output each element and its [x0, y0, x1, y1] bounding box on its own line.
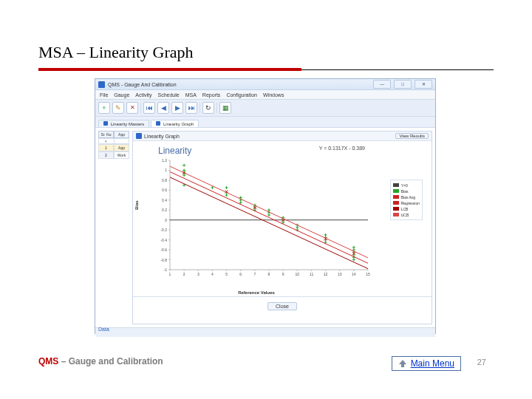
- main-menu-button[interactable]: Main Menu: [392, 356, 461, 371]
- title-rule-thin: [301, 69, 494, 70]
- menu-windows[interactable]: Windows: [263, 92, 284, 98]
- svg-text:1: 1: [169, 272, 171, 276]
- svg-text:-0.4: -0.4: [160, 238, 167, 242]
- plot: Bias -1-0.8-0.6-0.4-0.200.20.40.60.811.2…: [137, 157, 427, 295]
- svg-text:10: 10: [296, 272, 300, 276]
- legend: Y=0BiasBias AvgRegressionLCBUCB: [390, 180, 423, 220]
- add-button[interactable]: +: [98, 102, 110, 114]
- svg-text:-0.8: -0.8: [160, 258, 167, 262]
- panel-icon: [136, 133, 142, 139]
- app-icon: [98, 81, 105, 88]
- svg-text:3: 3: [197, 272, 200, 276]
- edit-button[interactable]: ✎: [112, 102, 124, 114]
- menu-configuration[interactable]: Configuration: [226, 92, 257, 98]
- chart-title: Linearity: [158, 146, 427, 156]
- svg-text:4: 4: [211, 272, 214, 276]
- last-button[interactable]: ⏭: [185, 102, 197, 114]
- legend-swatch: [393, 183, 399, 187]
- svg-text:15: 15: [366, 272, 370, 276]
- panel-title: Linearity Graph: [144, 134, 180, 139]
- panel-footer: Close: [133, 296, 432, 315]
- chart-svg: -1-0.8-0.6-0.4-0.200.20.40.60.811.212345…: [151, 157, 372, 283]
- svg-text:13: 13: [338, 272, 342, 276]
- footer-sub: – Gauge and Calibration: [58, 356, 163, 366]
- status-label: Data: [98, 327, 109, 332]
- chart-area: Linearity Y = 0.1317X - 0.389 Bias -1-0.…: [133, 141, 432, 296]
- svg-text:0.6: 0.6: [162, 188, 167, 192]
- tab-icon: [103, 121, 108, 126]
- footer-text: QMS – Gauge and Calibration: [38, 356, 163, 366]
- close-window-button[interactable]: ✕: [415, 80, 432, 89]
- view-results-button[interactable]: View Results: [395, 133, 429, 139]
- svg-text:-1: -1: [164, 267, 168, 272]
- minimize-button[interactable]: —: [373, 80, 391, 89]
- refresh-button[interactable]: ↻: [202, 102, 214, 114]
- legend-swatch: [393, 207, 399, 211]
- calendar-button[interactable]: ▦: [219, 102, 231, 114]
- grid-header-cell: Sr. No: [98, 131, 114, 138]
- svg-text:-0.6: -0.6: [160, 248, 167, 252]
- title-rule: [38, 68, 301, 71]
- svg-text:0.4: 0.4: [162, 198, 167, 202]
- legend-item: Regression: [393, 200, 420, 205]
- main-menu-link[interactable]: Main Menu: [411, 358, 454, 369]
- legend-item: LCB: [393, 206, 420, 211]
- x-axis-label: Reference Values: [137, 290, 375, 295]
- legend-swatch: [393, 201, 399, 205]
- menu-msa[interactable]: MSA: [185, 92, 197, 98]
- tab-linearity-graph[interactable]: Linearity Graph: [151, 120, 199, 127]
- page-number: 27: [477, 358, 486, 366]
- svg-text:11: 11: [310, 272, 314, 276]
- menu-activity[interactable]: Activity: [135, 92, 151, 98]
- toolbar-separator: [216, 103, 217, 113]
- legend-label: UCB: [401, 213, 409, 217]
- grid-row[interactable]: 1App: [98, 144, 129, 151]
- first-button[interactable]: ⏮: [143, 102, 155, 114]
- svg-text:7: 7: [253, 272, 256, 276]
- panel-titlebar: Linearity Graph View Results: [133, 132, 432, 141]
- svg-text:9: 9: [282, 272, 284, 276]
- svg-text:14: 14: [352, 272, 356, 276]
- svg-text:0.8: 0.8: [162, 178, 167, 183]
- tab-linearity-masters[interactable]: Linearity Masters: [98, 120, 149, 127]
- prev-button[interactable]: ◀: [157, 102, 169, 114]
- svg-text:8: 8: [268, 272, 270, 276]
- legend-swatch: [393, 213, 399, 216]
- svg-text:1.2: 1.2: [162, 158, 167, 163]
- grid-row[interactable]: 2Work: [98, 151, 129, 159]
- svg-text:-0.2: -0.2: [160, 228, 167, 232]
- svg-text:1: 1: [165, 168, 167, 172]
- slide-title: MSA – Linearity Graph: [38, 43, 194, 62]
- menu-file[interactable]: File: [100, 92, 108, 98]
- legend-item: Bias: [393, 188, 420, 194]
- menu-schedule[interactable]: Schedule: [157, 92, 179, 98]
- toolbar: + ✎ ✕ ⏮ ◀ ▶ ⏭ ↻ ▦: [95, 100, 435, 117]
- next-button[interactable]: ▶: [171, 102, 183, 114]
- tabstrip: Linearity Masters Linearity Graph: [95, 117, 435, 128]
- legend-swatch: [393, 195, 399, 199]
- regression-equation: Y = 0.1317X - 0.389: [319, 146, 365, 151]
- delete-button[interactable]: ✕: [126, 102, 138, 114]
- left-grid: Sr. No App ▾ 1App 2Work: [98, 131, 129, 159]
- tab-icon: [156, 121, 160, 126]
- svg-text:0.2: 0.2: [162, 208, 167, 212]
- window-titlebar: QMS - Gauge And Calibration — □ ✕: [95, 79, 435, 90]
- client-area: Sr. No App ▾ 1App 2Work Linearity Graph …: [95, 128, 435, 328]
- legend-label: Bias: [401, 189, 409, 194]
- graph-panel: Linearity Graph View Results Linearity Y…: [132, 131, 432, 324]
- menu-reports[interactable]: Reports: [202, 92, 221, 98]
- svg-text:5: 5: [225, 272, 228, 276]
- app-screenshot: QMS - Gauge And Calibration — □ ✕ File G…: [95, 78, 436, 334]
- legend-label: Y=0: [401, 183, 408, 188]
- window-title: QMS - Gauge And Calibration: [108, 82, 177, 87]
- svg-text:0: 0: [165, 218, 167, 222]
- grid-header-cell: App: [114, 131, 129, 138]
- toolbar-separator: [200, 103, 200, 113]
- legend-swatch: [393, 189, 399, 193]
- grid-header: Sr. No App: [98, 131, 129, 138]
- close-panel-button[interactable]: Close: [267, 302, 297, 310]
- tab-label: Linearity Masters: [111, 122, 145, 126]
- legend-item: UCB: [393, 212, 420, 217]
- menu-gauge[interactable]: Gauge: [114, 92, 129, 98]
- maximize-button[interactable]: □: [394, 80, 412, 89]
